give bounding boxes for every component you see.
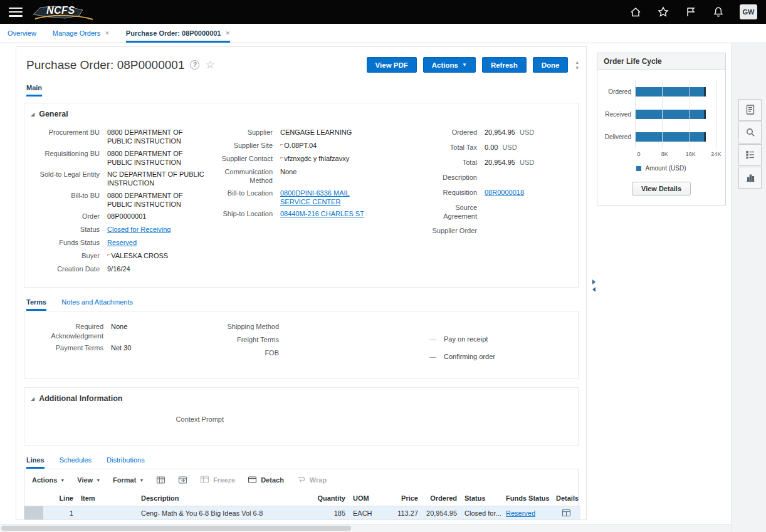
detach-button[interactable]: Detach — [248, 475, 284, 485]
panel-splitter-handle[interactable] — [590, 278, 597, 294]
search-panel-button[interactable] — [738, 122, 762, 143]
field-label: Context Prompt — [154, 414, 231, 425]
view-pdf-button[interactable]: View PDF — [367, 57, 417, 73]
analytics-panel-button[interactable] — [738, 167, 762, 189]
field-required-acknowledgment: Required Acknowledgment None — [29, 321, 219, 340]
tab-notes-and-attachments[interactable]: Notes and Attachments — [61, 298, 133, 311]
chevron-down-icon: ▼ — [96, 478, 100, 482]
funds-status-link[interactable]: Reserved — [506, 509, 535, 517]
ship-to-location-link[interactable]: 08440M-216 CHARLES ST — [280, 209, 364, 219]
column-header-quantity[interactable]: Quantity — [310, 491, 349, 506]
chart-x-axis: 0 8K 16K 24K — [639, 151, 716, 159]
details-icon[interactable] — [562, 511, 571, 518]
notes-list-button[interactable] — [738, 144, 762, 166]
confirming-order-checkbox: Confirming order — [429, 353, 573, 360]
column-header-description[interactable]: Description — [137, 491, 310, 506]
x-tick: 16K — [686, 151, 696, 157]
field-value: 9/16/24 — [107, 264, 130, 274]
global-header-icons: GW — [629, 4, 757, 19]
close-tab-icon[interactable] — [225, 30, 230, 36]
ncfs-logo[interactable]: NCFS — [31, 1, 97, 23]
table-row[interactable]: 1 Ceng- Math & You 6-8 Big Ideas Vol 6-8… — [24, 506, 580, 520]
collapse-triangle-icon[interactable] — [31, 112, 34, 117]
column-header-uom[interactable]: UOM — [349, 491, 380, 506]
terms-column-1: Required Acknowledgment None Payment Ter… — [29, 321, 219, 370]
field-label: Source Agreement — [424, 202, 485, 221]
export-to-excel-icon[interactable] — [178, 476, 187, 484]
tab-manage-orders[interactable]: Manage Orders — [53, 24, 110, 43]
close-tab-icon[interactable] — [105, 30, 110, 36]
favorites-star-icon[interactable] — [657, 6, 669, 18]
column-header-details[interactable]: Details — [552, 491, 580, 506]
list-icon — [745, 149, 756, 162]
tab-overview[interactable]: Overview — [8, 24, 36, 43]
bell-icon[interactable] — [712, 6, 725, 18]
collapse-triangle-icon[interactable] — [31, 396, 34, 402]
actions-button[interactable]: Actions ▼ — [423, 57, 476, 73]
lines-table: Line Item Description Quantity UOM Price… — [24, 491, 580, 520]
column-header-status[interactable]: Status — [461, 491, 502, 506]
column-header-ordered[interactable]: Ordered — [422, 491, 461, 506]
scrollbar-thumb[interactable] — [1, 526, 351, 531]
field-shipping-method: Shipping Method — [219, 321, 429, 332]
bar-delivered[interactable] — [635, 132, 706, 142]
cell-status: Closed for... — [461, 506, 502, 520]
column-header-line[interactable]: Line — [43, 491, 77, 506]
collapse-header-chevrons[interactable]: ▴▾ — [575, 60, 579, 71]
bar-received[interactable] — [635, 110, 706, 119]
field-label: Supplier — [212, 127, 280, 138]
lines-view-menu[interactable]: View ▼ — [77, 476, 100, 484]
field-label: Supplier Contact — [212, 154, 280, 164]
additional-information-section: Additional Information Context Prompt — [24, 387, 579, 446]
field-fob: FOB — [219, 348, 429, 358]
column-header-funds-status[interactable]: Funds Status — [502, 491, 552, 506]
field-label: Communication Method — [212, 167, 280, 185]
masked-data-flag-icon — [280, 141, 283, 147]
bill-to-location-link[interactable]: 0800DPINI-6336 MAIL SERVICE CENTER — [280, 188, 372, 207]
field-label: Description — [424, 172, 485, 183]
refresh-button[interactable]: Refresh — [482, 57, 527, 73]
funds-status-link[interactable]: Reserved — [107, 237, 137, 248]
terms-column-2: Shipping Method Freight Terms FOB — [219, 321, 429, 370]
status-link[interactable]: Closed for Receiving — [107, 224, 171, 235]
tab-purchase-order[interactable]: Purchase Order: 08P0000001 — [126, 24, 230, 43]
favorite-star-icon[interactable]: ☆ — [205, 58, 214, 71]
legend-label: Amount (USD) — [645, 165, 686, 172]
general-section: General Procurement BU 0800 DEPARTMENT O… — [24, 103, 579, 288]
row-selector-cell[interactable] — [24, 506, 43, 520]
user-avatar[interactable]: GW — [740, 4, 757, 19]
requisition-link[interactable]: 08R0000018 — [485, 187, 524, 198]
home-icon[interactable] — [629, 6, 642, 18]
done-button[interactable]: Done — [533, 57, 569, 73]
field-value: None — [111, 321, 127, 340]
field-label: Creation Date — [29, 264, 107, 274]
tab-schedules[interactable]: Schedules — [60, 456, 92, 469]
cell-line: 1 — [43, 506, 77, 520]
field-label: Ordered — [424, 127, 485, 138]
column-header-item[interactable]: Item — [77, 491, 137, 506]
chart-plot-area — [635, 80, 716, 148]
tab-terms[interactable]: Terms — [26, 298, 46, 311]
field-total-tax: Total Tax 0.00USD — [424, 142, 573, 153]
detach-icon — [248, 475, 257, 485]
field-payment-terms: Payment Terms Net 30 — [29, 343, 219, 353]
horizontal-scrollbar[interactable] — [0, 524, 731, 532]
field-value: None — [280, 167, 296, 185]
x-tick: 8K — [661, 151, 668, 157]
detach-label: Detach — [261, 476, 284, 484]
tab-lines[interactable]: Lines — [26, 456, 45, 469]
flag-icon[interactable] — [685, 6, 697, 18]
cell-description: Ceng- Math & You 6-8 Big Ideas Vol 6-8 — [137, 506, 310, 520]
bar-ordered[interactable] — [635, 87, 706, 96]
tab-main[interactable]: Main — [26, 84, 42, 96]
help-icon[interactable] — [190, 60, 199, 70]
lines-actions-menu[interactable]: Actions ▼ — [32, 476, 65, 484]
related-reports-button[interactable] — [738, 99, 762, 121]
lines-format-menu[interactable]: Format ▼ — [113, 476, 144, 484]
field-label: Supplier Order — [424, 226, 485, 236]
select-columns-grid-icon[interactable] — [156, 476, 165, 484]
hamburger-menu-icon[interactable] — [9, 8, 23, 17]
column-header-price[interactable]: Price — [380, 491, 422, 506]
tab-distributions[interactable]: Distributions — [107, 456, 145, 469]
view-details-button[interactable]: View Details — [632, 182, 691, 196]
